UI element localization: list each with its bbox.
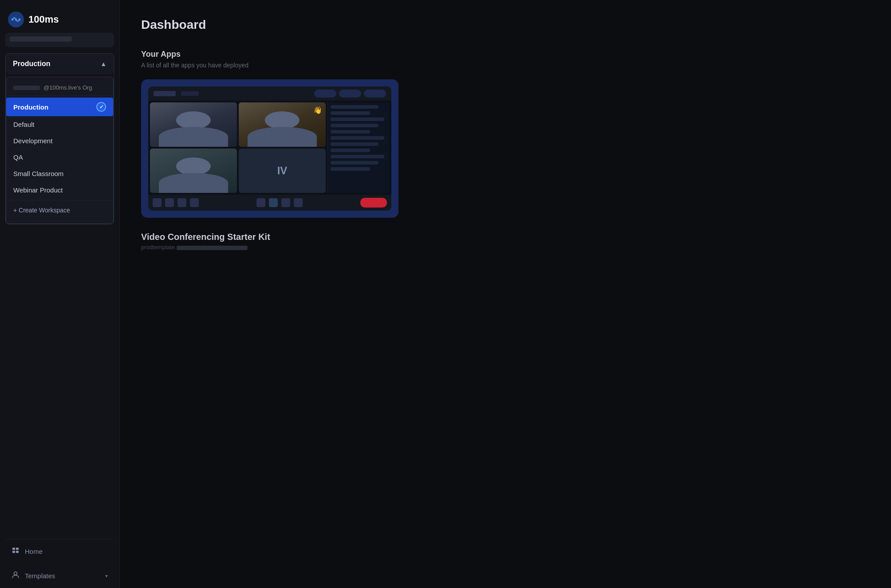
vc-topbar-pill-1 bbox=[314, 90, 336, 98]
chat-line bbox=[331, 167, 370, 171]
vc-ctrl-refresh bbox=[190, 198, 199, 207]
vc-ctrl-gear bbox=[153, 198, 162, 207]
chat-line bbox=[331, 142, 378, 146]
chat-line bbox=[331, 149, 370, 152]
workspace-item-default[interactable]: Default bbox=[6, 116, 113, 133]
vc-tile-2: 👋 bbox=[239, 102, 326, 147]
100ms-logo-icon bbox=[8, 12, 24, 27]
workspace-item-label-webinar-product: Webinar Product bbox=[13, 186, 63, 194]
vc-topbar-dot bbox=[181, 91, 199, 96]
check-icon: ✓ bbox=[96, 102, 106, 112]
workspace-item-label-default: Default bbox=[13, 121, 35, 128]
sidebar-item-home[interactable]: Home bbox=[7, 539, 112, 564]
svg-rect-4 bbox=[12, 548, 15, 550]
hand-emoji: 👋 bbox=[313, 106, 322, 114]
vc-topbar-logo bbox=[154, 91, 176, 96]
create-workspace-label: + Create Workspace bbox=[13, 207, 70, 214]
vc-ctrl-grid bbox=[165, 198, 174, 207]
workspace-current-label: Production bbox=[13, 60, 50, 68]
chat-line bbox=[331, 111, 370, 115]
vc-ctrl-more bbox=[294, 198, 303, 207]
vc-ctrl-screen bbox=[281, 198, 290, 207]
workspace-item-label-development: Development bbox=[13, 137, 52, 145]
workspace-item-label-small-classroom: Small Classroom bbox=[13, 170, 63, 177]
chevron-down-icon: ▾ bbox=[105, 573, 108, 579]
chevron-up-icon: ▲ bbox=[100, 60, 106, 67]
vc-ctrl-leave[interactable] bbox=[360, 198, 387, 208]
vc-ctrl-cam bbox=[269, 198, 278, 207]
templates-row: Templates ▾ bbox=[12, 571, 108, 581]
chat-line bbox=[331, 118, 384, 121]
svg-point-8 bbox=[14, 572, 17, 575]
user-redacted bbox=[10, 36, 72, 42]
svg-point-3 bbox=[19, 19, 21, 21]
sidebar-bottom-nav: Home Templates ▾ bbox=[5, 539, 114, 588]
person-silhouette-2 bbox=[239, 102, 326, 147]
vc-section: Video Conferencing Starter Kit prodtempl… bbox=[141, 232, 870, 251]
your-apps-subtitle: A list of all the apps you have deployed bbox=[141, 62, 870, 69]
org-redacted bbox=[13, 86, 40, 90]
chat-line bbox=[331, 136, 384, 140]
svg-rect-6 bbox=[12, 551, 15, 553]
workspace-menu: @100ms.live's Org Production ✓ Default D… bbox=[6, 77, 114, 224]
vc-video-grid: 👋 IV bbox=[150, 102, 326, 193]
vc-controls-bar bbox=[148, 195, 391, 211]
vc-sidebar-chat bbox=[327, 102, 390, 193]
app-name: 100ms bbox=[28, 14, 59, 25]
vc-section-sub: prodtemplate. bbox=[141, 244, 870, 251]
page-title: Dashboard bbox=[141, 18, 870, 32]
sidebar-item-templates-label: Templates bbox=[25, 572, 55, 580]
chat-line bbox=[331, 161, 378, 165]
main-content: Dashboard Your Apps A list of all the ap… bbox=[120, 0, 891, 588]
svg-rect-7 bbox=[16, 551, 19, 553]
workspace-item-qa[interactable]: QA bbox=[6, 149, 113, 165]
person-silhouette-1 bbox=[150, 102, 237, 147]
org-label: @100ms.live's Org bbox=[43, 84, 92, 91]
vc-ctrl-mic bbox=[256, 198, 265, 207]
workspace-item-label-qa: QA bbox=[13, 153, 23, 161]
workspace-item-production[interactable]: Production ✓ bbox=[6, 98, 113, 116]
your-apps-title: Your Apps bbox=[141, 50, 870, 59]
vc-subdomain-redacted bbox=[177, 246, 248, 250]
app-card-inner: 👋 IV bbox=[148, 86, 391, 211]
sidebar-item-templates[interactable]: Templates ▾ bbox=[7, 564, 112, 588]
vc-section-title: Video Conferencing Starter Kit bbox=[141, 232, 870, 242]
vc-ctrl-chat bbox=[177, 198, 186, 207]
chat-line bbox=[331, 130, 370, 133]
vc-topbar-pill-3 bbox=[364, 90, 386, 98]
person-silhouette-3 bbox=[150, 149, 237, 193]
svg-rect-5 bbox=[16, 548, 19, 550]
sidebar-item-home-label: Home bbox=[25, 548, 43, 555]
vc-topbar-pill-2 bbox=[339, 90, 361, 98]
vc-tile-3 bbox=[150, 149, 237, 193]
workspace-dropdown-header[interactable]: Production ▲ bbox=[6, 54, 114, 74]
chat-line bbox=[331, 105, 378, 109]
vc-ui: 👋 IV bbox=[148, 86, 391, 211]
app-card[interactable]: 👋 IV bbox=[141, 79, 398, 218]
svg-point-2 bbox=[15, 19, 17, 21]
chat-line bbox=[331, 155, 384, 158]
workspace-item-development[interactable]: Development bbox=[6, 133, 113, 149]
workspace-item-webinar-product[interactable]: Webinar Product bbox=[6, 182, 113, 198]
person-icon bbox=[12, 571, 20, 581]
create-workspace-button[interactable]: + Create Workspace bbox=[6, 200, 113, 220]
logo-area: 100ms bbox=[5, 8, 114, 33]
bars-icon bbox=[12, 546, 20, 557]
vc-tile-4: IV bbox=[239, 149, 326, 193]
svg-point-1 bbox=[12, 19, 14, 21]
workspace-dropdown[interactable]: Production ▲ @100ms.live's Org Productio… bbox=[5, 53, 114, 224]
user-bar bbox=[5, 33, 114, 47]
org-row: @100ms.live's Org bbox=[6, 81, 113, 96]
vc-topbar-right bbox=[314, 90, 386, 98]
sidebar: 100ms Production ▲ @100ms.live's Org Pro… bbox=[0, 0, 120, 588]
vc-body: 👋 IV bbox=[148, 101, 391, 195]
workspace-item-small-classroom[interactable]: Small Classroom bbox=[6, 165, 113, 182]
avatar-text: IV bbox=[277, 165, 288, 177]
templates-left: Templates bbox=[12, 571, 55, 581]
vc-topbar bbox=[148, 86, 391, 101]
chat-line bbox=[331, 124, 378, 127]
vc-tile-1 bbox=[150, 102, 237, 147]
workspace-item-label-production: Production bbox=[13, 103, 48, 111]
vc-subdomain-prefix: prodtemplate. bbox=[141, 244, 177, 251]
